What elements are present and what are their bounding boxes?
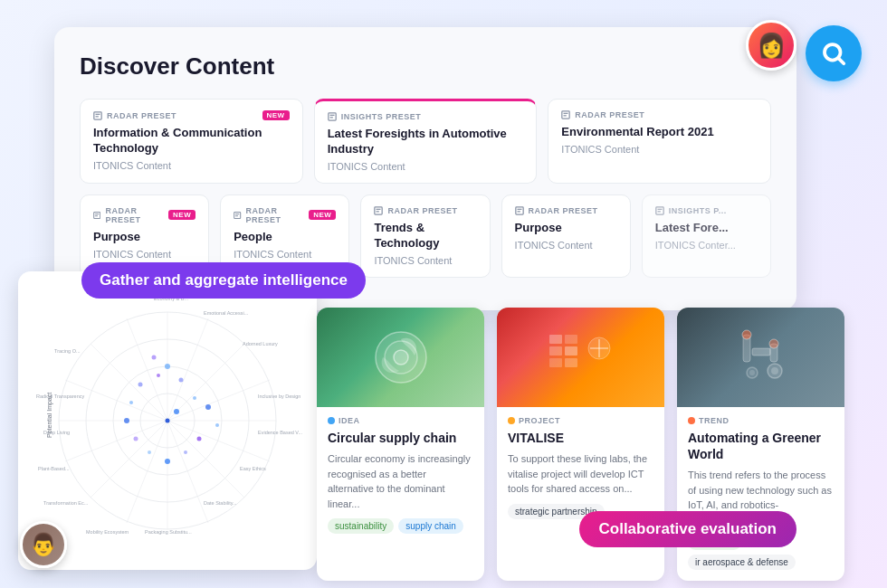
avatar-right[interactable]: 👩 <box>746 20 796 71</box>
gather-label: Gather and aggregate intelligence <box>81 262 366 299</box>
svg-rect-23 <box>656 207 663 214</box>
card-7-title: Purpose <box>515 221 617 236</box>
card-4-title: Purpose <box>93 230 196 245</box>
svg-point-69 <box>166 419 170 423</box>
card-title-1: Circular supply chain <box>328 430 473 446</box>
svg-text:Easy Ethics: Easy Ethics <box>240 466 266 471</box>
svg-text:Radical Transparency: Radical Transparency <box>36 394 84 399</box>
svg-point-65 <box>129 401 133 404</box>
preset-card-1[interactable]: RADAR PRESET NEW Information & Communica… <box>80 99 303 184</box>
svg-point-56 <box>152 356 157 360</box>
svg-text:Transformation Ec...: Transformation Ec... <box>43 500 89 506</box>
card-8-sub: ITONICS Conter... <box>655 240 758 251</box>
panel-title: Discover Content <box>80 52 771 81</box>
svg-point-63 <box>134 437 138 441</box>
svg-point-57 <box>205 404 211 410</box>
card-type-3: TREND <box>688 416 834 425</box>
svg-point-64 <box>124 418 129 423</box>
card-image-robot <box>677 308 844 407</box>
card-3-sub: ITONICS Content <box>561 144 758 155</box>
search-button[interactable] <box>806 25 862 81</box>
trend-dot <box>688 417 695 424</box>
svg-rect-17 <box>375 207 382 214</box>
svg-point-88 <box>771 367 778 375</box>
card-2-sub: ITONICS Content <box>328 161 524 172</box>
svg-rect-75 <box>549 346 562 356</box>
card-title-3: Automating a Greener World <box>688 430 834 462</box>
svg-rect-20 <box>515 207 522 214</box>
bottom-section: Gather and aggregate intelligence Ec <box>0 253 887 588</box>
svg-text:Date Stability...: Date Stability... <box>204 500 237 506</box>
svg-rect-74 <box>565 335 577 344</box>
preset-label-3: RADAR PRESET <box>561 110 758 119</box>
svg-point-67 <box>157 374 160 377</box>
avatar-left-icon: 👨 <box>30 532 57 557</box>
svg-point-53 <box>165 364 170 369</box>
card-desc-1: Circular economy is increasingly recogni… <box>328 451 473 511</box>
svg-point-54 <box>179 378 184 383</box>
avatar-left[interactable]: 👨 <box>20 521 67 568</box>
avatar-right-icon: 👩 <box>757 32 786 60</box>
preset-card-2[interactable]: INSIGHTS PRESET Latest Foresights in Aut… <box>314 99 538 184</box>
tag-sustainability[interactable]: sustainability <box>328 518 394 534</box>
svg-point-90 <box>749 370 755 375</box>
svg-rect-2 <box>94 111 101 119</box>
preset-label-1: RADAR PRESET NEW <box>93 110 290 120</box>
preset-label-7: RADAR PRESET <box>515 206 617 215</box>
svg-point-60 <box>184 450 187 454</box>
card-6-title: Trends & Technology <box>374 221 476 251</box>
svg-point-66 <box>138 383 143 387</box>
cards-row-1: RADAR PRESET NEW Information & Communica… <box>80 99 771 184</box>
svg-rect-78 <box>565 358 577 367</box>
card-body-1: IDEA Circular supply chain Circular econ… <box>317 407 484 545</box>
svg-point-61 <box>165 459 170 464</box>
card-8-title: Latest Fore... <box>655 221 758 236</box>
svg-text:Emotional Accessi...: Emotional Accessi... <box>204 310 249 316</box>
project-dot <box>508 417 515 424</box>
svg-point-68 <box>174 409 179 414</box>
svg-point-55 <box>193 396 196 400</box>
svg-rect-77 <box>549 358 562 367</box>
svg-rect-73 <box>549 335 562 344</box>
svg-point-85 <box>742 330 751 339</box>
svg-point-59 <box>197 437 202 441</box>
card-type-1: IDEA <box>328 416 473 425</box>
svg-point-72 <box>394 350 408 365</box>
card-desc-2: To support these living labs, the vitali… <box>508 451 653 497</box>
card-7-sub: ITONICS Content <box>515 240 617 251</box>
svg-rect-5 <box>329 113 336 120</box>
svg-point-86 <box>769 339 778 348</box>
svg-rect-83 <box>752 348 770 356</box>
card-image-green <box>317 308 484 407</box>
svg-rect-14 <box>234 212 241 218</box>
svg-line-1 <box>839 59 844 63</box>
card-type-2: PROJECT <box>508 416 653 425</box>
preset-label-5: RADAR PRESET NEW <box>234 206 336 224</box>
card-body-3: TREND Automating a Greener World This tr… <box>677 407 844 581</box>
tag-aerospace[interactable]: ir aerospace & defense <box>688 555 796 570</box>
card-5-title: People <box>234 230 336 245</box>
preset-label-6: RADAR PRESET <box>374 206 476 215</box>
card-1-sub: ITONICS Content <box>93 160 290 171</box>
tag-supply-chain[interactable]: supply chain <box>398 518 463 534</box>
card-image-game <box>497 308 664 407</box>
svg-point-58 <box>215 423 219 427</box>
svg-text:Mobility Ecosystem: Mobility Ecosystem <box>86 529 129 535</box>
idea-dot <box>328 417 335 424</box>
card-title-2: VITALISE <box>508 430 653 446</box>
radar-chart: Economy & B... Emotional Accessi... Ador… <box>18 271 317 570</box>
svg-text:Adorned Luxury: Adorned Luxury <box>243 341 278 346</box>
new-badge-1: NEW <box>262 110 290 120</box>
svg-text:Plant-Based...: Plant-Based... <box>38 466 70 471</box>
svg-text:Potential Impact: Potential Impact <box>46 393 53 438</box>
card-1-title: Information & Communication Technology <box>93 126 290 156</box>
content-card-idea[interactable]: IDEA Circular supply chain Circular econ… <box>317 308 484 581</box>
preset-card-3[interactable]: RADAR PRESET Environmental Report 2021 I… <box>548 99 771 184</box>
svg-rect-76 <box>565 346 577 356</box>
card-2-title: Latest Foresights in Automotive Industry <box>328 127 524 157</box>
new-badge-4: NEW <box>168 210 196 220</box>
card-tags-1: sustainability supply chain <box>328 518 473 534</box>
preset-label-4: RADAR PRESET NEW <box>93 206 196 224</box>
svg-text:Packaging Substitu...: Packaging Substitu... <box>145 529 192 535</box>
svg-text:Evidence Based V...: Evidence Based V... <box>258 430 302 435</box>
